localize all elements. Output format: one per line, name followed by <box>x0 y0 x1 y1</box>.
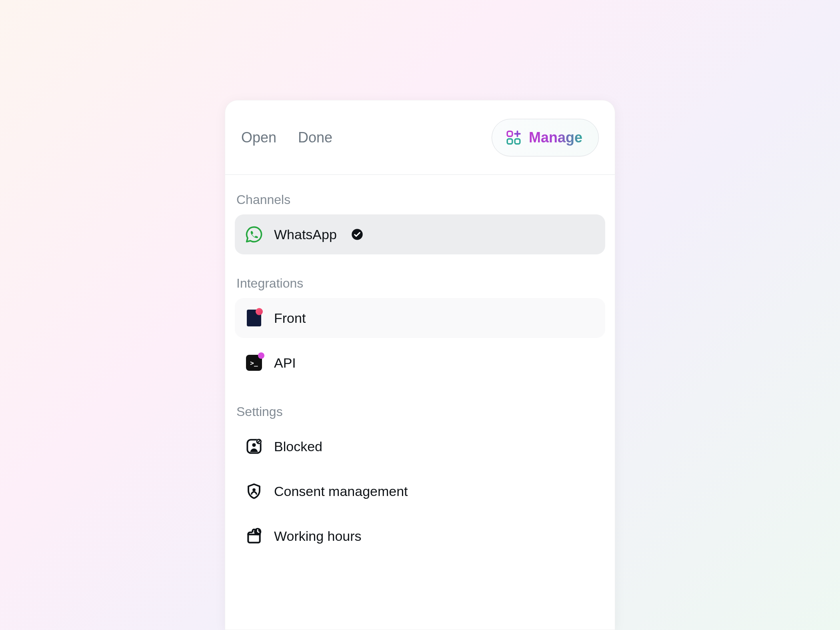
section-label-integrations: Integrations <box>235 276 605 291</box>
settings-item-consent[interactable]: Consent management <box>235 471 605 511</box>
integration-item-api[interactable]: >_ API <box>235 343 605 383</box>
svg-point-9 <box>252 488 256 492</box>
integration-label: API <box>274 355 296 371</box>
working-hours-icon <box>245 527 263 545</box>
manage-label: Manage <box>529 129 582 146</box>
svg-rect-2 <box>515 139 520 144</box>
shield-user-icon <box>245 482 263 500</box>
channel-label: WhatsApp <box>274 227 337 242</box>
panel-header: Open Done Manage <box>225 100 615 175</box>
tab-open[interactable]: Open <box>241 129 276 146</box>
svg-point-5 <box>252 443 256 447</box>
tab-done[interactable]: Done <box>298 129 332 146</box>
settings-label: Working hours <box>274 528 362 544</box>
manage-button[interactable]: Manage <box>492 119 599 156</box>
verified-icon <box>351 228 363 240</box>
integration-label: Front <box>274 310 306 326</box>
integration-item-front[interactable]: Front <box>235 298 605 338</box>
header-tabs: Open Done <box>241 129 492 146</box>
api-icon: >_ <box>245 354 263 372</box>
front-icon <box>245 309 263 327</box>
blocked-user-icon <box>245 438 263 455</box>
svg-rect-1 <box>507 139 512 144</box>
whatsapp-icon <box>245 226 263 243</box>
settings-item-working-hours[interactable]: Working hours <box>235 516 605 556</box>
section-label-channels: Channels <box>235 192 605 207</box>
panel-body: Channels WhatsApp Integrations F <box>225 175 615 556</box>
settings-label: Blocked <box>274 439 322 454</box>
svg-rect-0 <box>507 131 512 136</box>
settings-label: Consent management <box>274 484 408 499</box>
channel-item-whatsapp[interactable]: WhatsApp <box>235 214 605 254</box>
section-label-settings: Settings <box>235 404 605 419</box>
settings-item-blocked[interactable]: Blocked <box>235 426 605 466</box>
settings-panel: Open Done Manage Channels <box>225 100 615 630</box>
grid-plus-icon <box>505 129 522 146</box>
